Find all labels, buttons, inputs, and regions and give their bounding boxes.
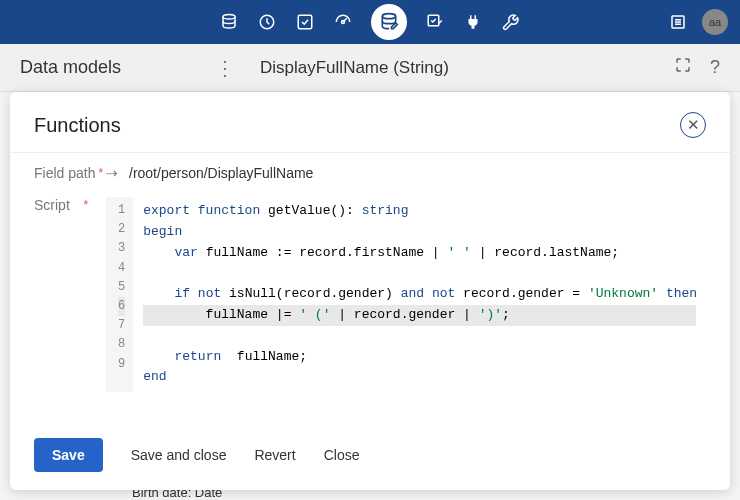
required-mark: * [98, 166, 103, 180]
revert-button[interactable]: Revert [254, 447, 295, 463]
modal-footer: Save Save and close Revert Close [10, 424, 730, 490]
subhead-actions: ? [674, 56, 720, 79]
database-icon[interactable] [219, 12, 239, 32]
section-title: Data models [20, 57, 121, 78]
list-icon[interactable] [668, 12, 688, 32]
close-button[interactable]: Close [324, 447, 360, 463]
save-and-close-button[interactable]: Save and close [131, 447, 227, 463]
avatar[interactable]: aa [702, 9, 728, 35]
functions-modal: Functions ✕ Field path*⇢ /root/person/Di… [10, 92, 730, 490]
field-path-value[interactable]: /root/person/DisplayFullName [129, 165, 313, 181]
save-button[interactable]: Save [34, 438, 103, 472]
help-icon[interactable]: ? [710, 57, 720, 78]
close-icon[interactable]: ✕ [680, 112, 706, 138]
link-icon: ⇢ [106, 165, 118, 181]
code-content[interactable]: export function getValue(): stringbegin … [133, 197, 706, 392]
plug-icon[interactable] [463, 12, 483, 32]
svg-rect-2 [298, 15, 312, 29]
wrench-icon[interactable] [501, 12, 521, 32]
expand-icon[interactable] [674, 56, 692, 79]
code-editor[interactable]: 123456789 export function getValue(): st… [106, 197, 706, 392]
history-icon[interactable] [257, 12, 277, 32]
sub-header: Data models ⋮ DisplayFullName (String) ? [0, 44, 740, 92]
edit-check-icon[interactable] [425, 12, 445, 32]
modal-body: Field path*⇢ /root/person/DisplayFullNam… [10, 152, 730, 424]
speed-icon[interactable] [333, 12, 353, 32]
database-edit-icon[interactable] [371, 4, 407, 40]
svg-point-0 [223, 15, 235, 20]
script-row: Script * 123456789 export function getVa… [34, 197, 706, 392]
check-box-icon[interactable] [295, 12, 315, 32]
page-title: DisplayFullName (String) [260, 58, 449, 78]
modal-header: Functions ✕ [10, 92, 730, 152]
modal-title: Functions [34, 114, 121, 137]
svg-point-4 [382, 14, 395, 19]
field-path-row: Field path*⇢ /root/person/DisplayFullNam… [34, 165, 706, 181]
toolbar-center [219, 4, 521, 40]
required-mark: * [84, 198, 89, 212]
top-toolbar: aa [0, 0, 740, 44]
line-gutter: 123456789 [106, 197, 133, 392]
kebab-menu-icon[interactable]: ⋮ [215, 56, 235, 80]
script-label: Script * [34, 197, 106, 213]
field-path-label: Field path*⇢ [34, 165, 129, 181]
toolbar-right: aa [668, 9, 728, 35]
